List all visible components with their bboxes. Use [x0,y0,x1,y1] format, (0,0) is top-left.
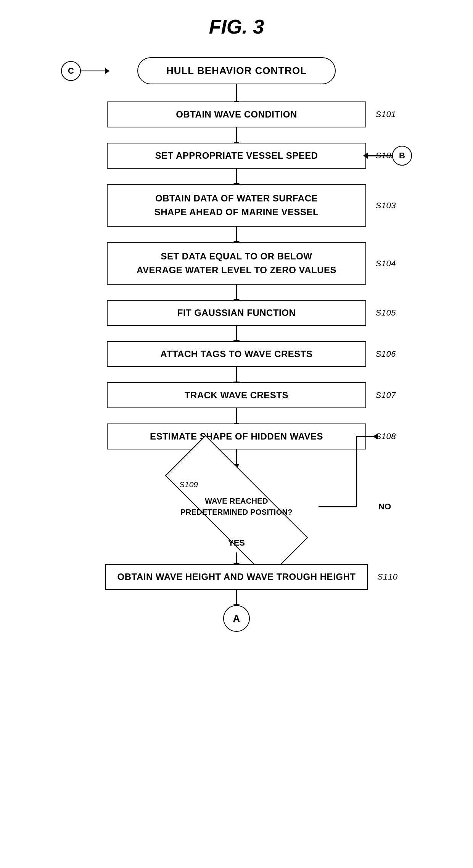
figure-title: FIG. 3 [209,15,264,38]
step-S110-label: OBTAIN WAVE HEIGHT AND WAVE TROUGH HEIGH… [117,572,356,582]
arrow-4-5 [236,285,237,300]
step-S107-row: TRACK WAVE CRESTS S107 [65,382,408,408]
step-S104-id: S104 [376,257,396,270]
step-S103-box: OBTAIN DATA OF WATER SURFACE SHAPE AHEAD… [107,184,366,227]
b-connector-circle: B [392,146,412,166]
arrow-10-end [236,590,237,605]
step-S102-box: SET APPROPRIATE VESSEL SPEED S102 [107,143,366,169]
step-S101-label: OBTAIN WAVE CONDITION [176,109,297,119]
step-S107-box: TRACK WAVE CRESTS S107 [107,382,366,408]
start-label: HULL BEHAVIOR CONTROL [166,65,307,76]
step-S103-id: S103 [376,199,396,212]
c-to-pill-arrow [81,70,107,71]
no-label: NO [378,502,391,512]
step-S105-label: FIT GAUSSIAN FUNCTION [177,308,296,318]
b-line [366,155,392,156]
step-S105-box: FIT GAUSSIAN FUNCTION S105 [107,300,366,326]
step-S103-row: OBTAIN DATA OF WATER SURFACE SHAPE AHEAD… [65,184,408,227]
c-connector-label: C [68,66,74,76]
arrow-7-8 [236,408,237,424]
end-row: A [65,605,408,632]
step-S104-line1: SET DATA EQUAL TO OR BELOW [161,251,312,261]
step-S106-label: ATTACH TAGS TO WAVE CRESTS [161,349,313,359]
step-S108-label: ESTIMATE SHAPE OF HIDDEN WAVES [150,431,323,441]
end-circle-a: A [223,605,250,632]
step-S109-label-1: WAVE REACHEDPREDETERMINED POSITION? [180,497,293,516]
arrow-3-4 [236,227,237,242]
step-S110-row: OBTAIN WAVE HEIGHT AND WAVE TROUGH HEIGH… [65,564,408,590]
c-connector-circle: C [61,61,81,81]
b-connector-group: B [392,146,412,166]
step-S106-row: ATTACH TAGS TO WAVE CRESTS S106 [65,341,408,367]
arrow-5-6 [236,326,237,341]
end-circle-a-label: A [233,613,240,625]
yes-label: YES [228,538,245,548]
step-S102-label: SET APPROPRIATE VESSEL SPEED [155,150,318,161]
step-S104-line2: AVERAGE WATER LEVEL TO ZERO VALUES [137,265,336,275]
step-S109-diamond-wrapper: WAVE REACHEDPREDETERMINED POSITION? S109… [156,476,317,537]
step-S104-box: SET DATA EQUAL TO OR BELOW AVERAGE WATER… [107,242,366,285]
arrow-6-7 [236,367,237,382]
arrow-1-2 [236,127,237,143]
step-S109-id: S109 [179,480,198,489]
b-connector-label: B [399,151,405,161]
step-S110-box: OBTAIN WAVE HEIGHT AND WAVE TROUGH HEIGH… [105,564,368,590]
step-S106-id: S106 [376,349,396,359]
step-S105-row: FIT GAUSSIAN FUNCTION S105 [65,300,408,326]
step-S101-id: S101 [376,110,396,119]
c-arrowhead [105,68,109,74]
arrow-8-9 [236,449,237,465]
step-S107-label: TRACK WAVE CRESTS [185,390,288,400]
flowchart: C HULL BEHAVIOR CONTROL OBTAIN WAVE COND… [65,57,408,632]
arrow-0-1 [236,84,237,101]
step-S101-row: OBTAIN WAVE CONDITION S101 [65,101,408,127]
b-arrowhead [363,153,368,159]
step-S108-row: ESTIMATE SHAPE OF HIDDEN WAVES S108 [65,424,408,449]
step-S105-id: S105 [376,308,396,318]
arrow-9-10 [236,552,237,564]
arrow-2-3 [236,169,237,184]
step-S109-text: WAVE REACHEDPREDETERMINED POSITION? [180,496,293,517]
page: FIG. 3 C HULL BEHAVIOR CONTROL OBTAIN WA… [0,0,473,868]
step-S103-line2: SHAPE AHEAD OF MARINE VESSEL [154,207,319,217]
step-S109-row: WAVE REACHEDPREDETERMINED POSITION? S109… [65,469,408,545]
step-S103-line1: OBTAIN DATA OF WATER SURFACE [155,193,318,203]
step-S104-row: SET DATA EQUAL TO OR BELOW AVERAGE WATER… [65,242,408,285]
start-row: C HULL BEHAVIOR CONTROL [65,57,408,84]
step-S110-id: S110 [377,572,397,582]
step-S101-box: OBTAIN WAVE CONDITION S101 [107,101,366,127]
step-S108-box: ESTIMATE SHAPE OF HIDDEN WAVES S108 [107,424,366,449]
step-S108-id: S108 [376,432,396,441]
start-pill: HULL BEHAVIOR CONTROL [137,57,336,84]
step-S107-id: S107 [376,390,396,400]
step-S106-box: ATTACH TAGS TO WAVE CRESTS S106 [107,341,366,367]
step-S102-row: SET APPROPRIATE VESSEL SPEED S102 B [65,143,408,169]
